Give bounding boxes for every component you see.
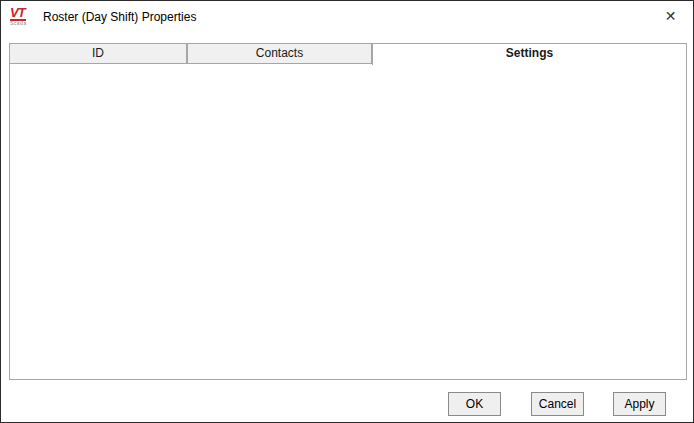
tab-settings[interactable]: Settings: [372, 43, 687, 65]
apply-button[interactable]: Apply: [613, 392, 666, 416]
settings-panel: [9, 63, 687, 380]
logo-sub-text: Scada: [10, 21, 40, 26]
tab-id[interactable]: ID: [9, 43, 187, 64]
vtscada-logo-icon: VT Scada: [10, 6, 40, 26]
tab-contacts[interactable]: Contacts: [187, 43, 372, 64]
logo-main-text: VT: [10, 7, 26, 21]
close-icon[interactable]: ✕: [648, 1, 693, 31]
roster-properties-dialog: VT Scada Roster (Day Shift) Properties ✕…: [0, 0, 694, 423]
cancel-button[interactable]: Cancel: [531, 392, 584, 416]
window-title: Roster (Day Shift) Properties: [43, 10, 196, 24]
title-bar: VT Scada Roster (Day Shift) Properties ✕: [1, 1, 693, 32]
ok-button[interactable]: OK: [448, 392, 501, 416]
